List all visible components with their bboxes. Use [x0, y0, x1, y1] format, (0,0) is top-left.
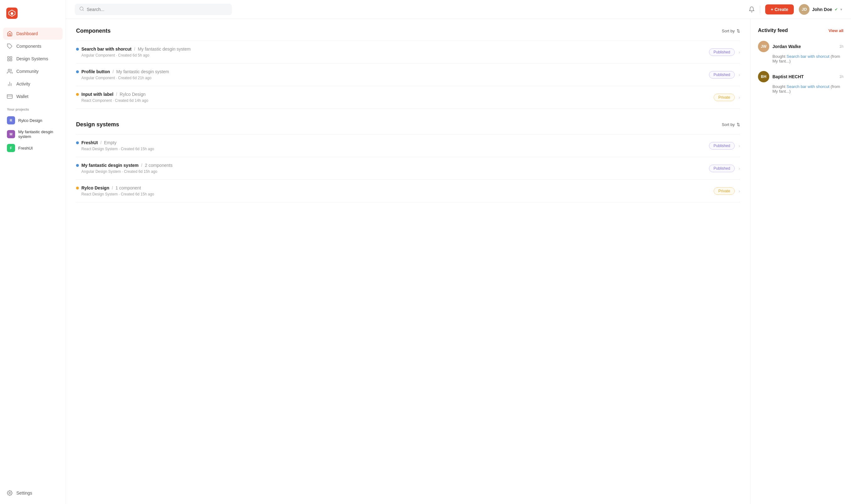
- chevron-right-icon[interactable]: ›: [739, 166, 740, 171]
- projects-section-label: Your projects: [0, 103, 66, 114]
- sidebar-item-design-systems[interactable]: Design Systems: [3, 53, 62, 65]
- chevron-right-icon[interactable]: ›: [739, 95, 740, 100]
- status-badge: Private: [714, 187, 735, 195]
- sort-icon: ⇅: [737, 122, 740, 127]
- design-systems-sort[interactable]: Sort by ⇅: [722, 122, 740, 127]
- design-systems-title: Design systems: [76, 121, 119, 128]
- search-icon: [79, 6, 84, 13]
- sidebar-item-label: Dashboard: [16, 31, 38, 36]
- table-row[interactable]: Rylco Design / 1 component React Design …: [76, 180, 740, 202]
- search-input[interactable]: [87, 7, 228, 12]
- table-row[interactable]: Profile button / My fantastic desgin sys…: [76, 64, 740, 86]
- sidebar-item-label: Wallet: [16, 94, 28, 99]
- item-meta: React Design System · Created 6d 15h ago: [76, 147, 154, 151]
- project-avatar: F: [7, 144, 15, 152]
- svg-rect-2: [7, 57, 9, 58]
- chevron-right-icon[interactable]: ›: [739, 50, 740, 55]
- sidebar: Dashboard Components Design Systems Comm…: [0, 0, 66, 504]
- avatar: JD: [799, 4, 810, 15]
- sidebar-nav: Dashboard Components Design Systems Comm…: [0, 28, 66, 103]
- components-sort[interactable]: Sort by ⇅: [722, 29, 740, 33]
- project-label: Rylco Design: [18, 118, 42, 123]
- item-right: Private ›: [714, 94, 740, 101]
- sidebar-item-label: Activity: [16, 82, 30, 86]
- chevron-right-icon[interactable]: ›: [739, 188, 740, 194]
- sidebar-item-wallet[interactable]: Wallet: [3, 90, 62, 103]
- feed-description: Bought Search bar with shorcut (from My …: [758, 84, 844, 94]
- item-left: FreshUI / Empty React Design System · Cr…: [76, 140, 154, 151]
- project-item-rylco[interactable]: R Rylco Design: [3, 114, 62, 127]
- sidebar-item-settings[interactable]: Settings: [3, 487, 62, 499]
- verified-icon: ✔: [835, 7, 838, 12]
- item-left: Input with label / Rylco Design React Co…: [76, 92, 148, 103]
- notification-button[interactable]: [748, 6, 755, 13]
- item-meta: Angular Component · Created 6d 5h ago: [76, 53, 191, 57]
- table-row[interactable]: FreshUI / Empty React Design System · Cr…: [76, 134, 740, 157]
- logo[interactable]: [0, 5, 66, 28]
- sidebar-item-dashboard[interactable]: Dashboard: [3, 28, 62, 40]
- feed-user: JW Jordan Walke: [758, 41, 801, 52]
- components-section-header: Components Sort by ⇅: [76, 28, 740, 34]
- chart-icon: [7, 81, 13, 87]
- svg-rect-4: [7, 59, 9, 61]
- item-meta: Angular Design System · Created 6d 15h a…: [76, 169, 173, 174]
- svg-rect-5: [11, 59, 12, 61]
- status-dot: [76, 48, 79, 51]
- project-item-fantastic[interactable]: M My fantastic desgin system: [3, 127, 62, 141]
- table-row[interactable]: Search bar with shorcut / My fantastic d…: [76, 41, 740, 64]
- status-badge: Private: [714, 94, 735, 101]
- community-icon: [7, 69, 13, 74]
- item-left: Profile button / My fantastic desgin sys…: [76, 69, 169, 80]
- projects-list: R Rylco Design M My fantastic desgin sys…: [0, 114, 66, 155]
- home-icon: [7, 31, 13, 36]
- sidebar-item-label: Components: [16, 44, 41, 49]
- status-badge: Published: [709, 48, 735, 56]
- components-list: Search bar with shorcut / My fantastic d…: [76, 40, 740, 109]
- feed-user-name: Jordan Walke: [773, 44, 801, 49]
- svg-rect-3: [11, 57, 12, 58]
- feed-user: BH Baptist HECHT: [758, 71, 804, 82]
- project-avatar: M: [7, 130, 15, 138]
- main-wrapper: + Create JD John Doe ✔ ▾ Components Sort…: [66, 0, 851, 504]
- sort-label: Sort by: [722, 29, 735, 33]
- search-box[interactable]: [75, 4, 232, 15]
- status-dot: [76, 70, 79, 73]
- sidebar-item-label: Settings: [16, 490, 32, 496]
- status-dot: [76, 141, 79, 144]
- sort-label: Sort by: [722, 122, 735, 127]
- create-button[interactable]: + Create: [765, 4, 794, 15]
- feed-link[interactable]: Search bar with shorcut: [786, 54, 830, 59]
- components-title: Components: [76, 28, 111, 34]
- view-all-button[interactable]: View all: [829, 28, 844, 33]
- chevron-right-icon[interactable]: ›: [739, 143, 740, 148]
- project-item-freshui[interactable]: F FreshUI: [3, 141, 62, 155]
- item-right: Published ›: [709, 48, 740, 56]
- feed-link[interactable]: Search bar with shorcut: [786, 84, 830, 89]
- svg-point-12: [9, 492, 11, 494]
- design-systems-list: FreshUI / Empty React Design System · Cr…: [76, 134, 740, 202]
- feed-time: 1h: [839, 74, 844, 79]
- sidebar-item-community[interactable]: Community: [3, 65, 62, 77]
- wallet-icon: [7, 94, 13, 99]
- feed-time: 1h: [839, 44, 844, 49]
- feed-user-name: Baptist HECHT: [773, 74, 804, 79]
- sidebar-item-activity[interactable]: Activity: [3, 78, 62, 90]
- user-name: John Doe: [812, 7, 832, 12]
- item-meta: React Component · Created 6d 14h ago: [76, 98, 148, 103]
- item-title: Profile button / My fantastic desgin sys…: [76, 69, 169, 74]
- activity-feed-header: Activity feed View all: [758, 28, 844, 33]
- table-row[interactable]: My fantastic desgin system / 2 component…: [76, 157, 740, 180]
- item-title: Search bar with shorcut / My fantastic d…: [76, 47, 191, 52]
- item-meta: React Design System · Created 6d 15h ago: [76, 192, 154, 196]
- item-title: Rylco Design / 1 component: [76, 185, 154, 191]
- sort-icon: ⇅: [737, 29, 740, 33]
- table-row[interactable]: Input with label / Rylco Design React Co…: [76, 86, 740, 109]
- chevron-right-icon[interactable]: ›: [739, 72, 740, 77]
- project-label: My fantastic desgin system: [18, 129, 59, 139]
- sidebar-item-components[interactable]: Components: [3, 40, 62, 52]
- item-title: FreshUI / Empty: [76, 140, 154, 145]
- activity-feed: Activity feed View all JW Jordan Walke 1…: [750, 19, 851, 504]
- user-info[interactable]: JD John Doe ✔ ▾: [799, 4, 842, 15]
- item-right: Published ›: [709, 165, 740, 172]
- item-meta: Angular Component · Created 6d 21h ago: [76, 76, 169, 80]
